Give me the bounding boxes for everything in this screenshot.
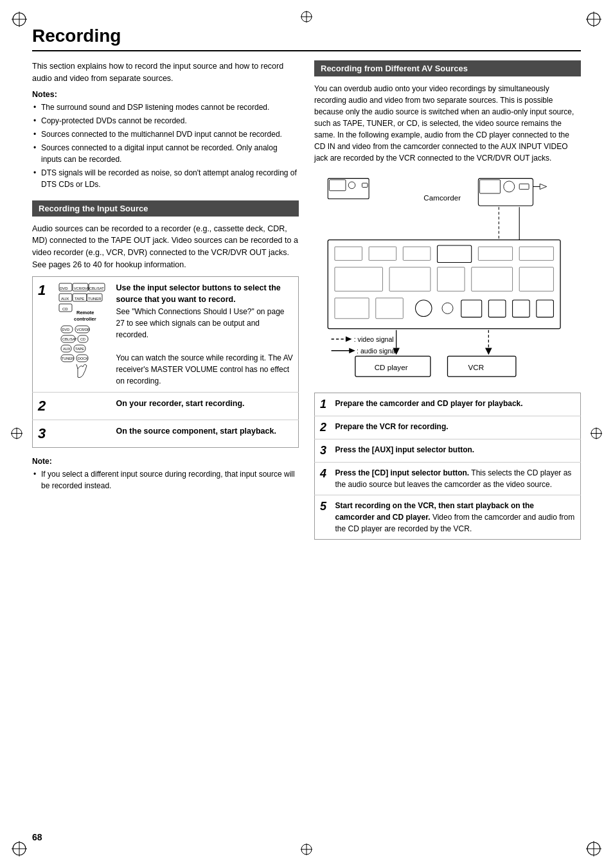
svg-rect-77 — [335, 267, 382, 291]
corner-mark-bl — [10, 839, 29, 858]
svg-rect-60 — [362, 183, 368, 187]
center-mark-bottom — [299, 842, 314, 858]
svg-text:VCR: VCR — [468, 363, 484, 371]
note-text: If you select a different input source d… — [32, 468, 299, 492]
step-1-img: DVD VCR/DVR CBL/SAT AUX TAPE — [56, 276, 114, 393]
svg-marker-99 — [346, 336, 352, 342]
recording-input-header: Recording the Input Source — [32, 200, 299, 217]
svg-point-59 — [348, 182, 355, 189]
av-step-3-text: Press the [AUX] input selector button. — [333, 439, 581, 462]
svg-marker-102 — [349, 348, 355, 354]
note-box: Note: If you select a different input so… — [32, 456, 299, 492]
svg-rect-76 — [519, 247, 553, 260]
center-mark-left — [10, 426, 24, 442]
intro-text: This section explains how to record the … — [32, 60, 299, 85]
svg-text:VCR/DR: VCR/DR — [76, 328, 90, 332]
svg-text:TUNER: TUNER — [88, 297, 102, 301]
step-1-row: 1 DVD VCR/DVR CBL/SAT — [33, 276, 299, 393]
step-2-row: 2 On your recorder, start recording. — [33, 393, 299, 420]
svg-rect-75 — [478, 247, 512, 260]
svg-rect-58 — [329, 180, 346, 191]
svg-rect-89 — [537, 300, 554, 317]
av-steps-table: 1 Prepare the camcorder and CD player fo… — [314, 393, 581, 540]
av-step-5-text: Start recording on the VCR, then start p… — [333, 495, 581, 539]
note-item-2: Copy-protected DVDs cannot be recorded. — [32, 115, 299, 127]
step-2-img — [56, 393, 114, 420]
svg-text:: audio signal: : audio signal — [357, 347, 397, 355]
av-step-2-num: 2 — [315, 416, 333, 439]
svg-text:VCR/DVR: VCR/DVR — [74, 287, 90, 290]
av-step-5: 5 Start recording on the VCR, then start… — [315, 495, 581, 539]
svg-text:controller: controller — [74, 316, 96, 322]
note-item-4: Sources connected to a digital input can… — [32, 142, 299, 165]
av-step-2-text: Prepare the VCR for recording. — [333, 416, 581, 439]
svg-text:CD: CD — [62, 307, 68, 311]
content-columns: This section explains how to record the … — [32, 60, 581, 540]
svg-text:AUX: AUX — [61, 297, 69, 301]
svg-marker-67 — [540, 184, 547, 190]
svg-point-64 — [504, 181, 515, 192]
svg-text:CD player: CD player — [375, 363, 408, 371]
svg-text:CBL/SAT: CBL/SAT — [89, 287, 104, 290]
step-1-num: 1 — [33, 276, 56, 393]
corner-mark-tl — [10, 10, 29, 29]
center-mark-right — [589, 426, 603, 442]
svg-text:DVD: DVD — [60, 287, 68, 290]
right-column: Recording from Different AV Sources You … — [314, 60, 581, 540]
step-1-body: See "Which Connections Should I Use?" on… — [116, 307, 293, 385]
step-3-num: 3 — [33, 420, 56, 448]
svg-rect-82 — [335, 298, 369, 319]
note-label: Note: — [32, 457, 52, 466]
av-step-4-num: 4 — [315, 462, 333, 495]
av-step-1: 1 Prepare the camcorder and CD player fo… — [315, 393, 581, 416]
av-step-2: 2 Prepare the VCR for recording. — [315, 416, 581, 439]
svg-rect-79 — [438, 267, 465, 291]
diagram-container: Camcorder — [314, 172, 581, 384]
svg-rect-73 — [403, 247, 431, 260]
svg-text:Camcorder: Camcorder — [423, 193, 461, 202]
step-3-text: On the source component, start playback. — [114, 420, 299, 448]
center-mark-top — [299, 10, 314, 26]
av-step-3-num: 3 — [315, 439, 333, 462]
svg-text:CD: CD — [80, 337, 85, 341]
svg-rect-70 — [328, 240, 560, 328]
av-step-5-num: 5 — [315, 495, 333, 539]
svg-text:Remote: Remote — [76, 310, 94, 315]
note-list: If you select a different input source d… — [32, 468, 299, 492]
svg-rect-78 — [389, 267, 431, 291]
step-3-row: 3 On the source component, start playbac… — [33, 420, 299, 448]
svg-point-84 — [415, 300, 432, 317]
note-item-5: DTS signals will be recorded as noise, s… — [32, 167, 299, 190]
svg-text:DVD: DVD — [62, 328, 69, 332]
notes-list: The surround sound and DSP listening mod… — [32, 102, 299, 190]
av-step-3: 3 Press the [AUX] input selector button. — [315, 439, 581, 462]
svg-marker-93 — [485, 348, 492, 355]
corner-mark-br — [584, 839, 603, 858]
svg-rect-72 — [369, 247, 396, 260]
step-2-num: 2 — [33, 393, 56, 420]
svg-rect-74 — [438, 245, 472, 263]
svg-line-56 — [76, 364, 78, 369]
svg-rect-63 — [480, 180, 501, 193]
svg-rect-65 — [519, 184, 529, 190]
step-3-img — [56, 420, 114, 448]
av-section-header: Recording from Different AV Sources — [314, 60, 581, 76]
svg-rect-81 — [519, 267, 553, 291]
svg-text:TUNER: TUNER — [62, 357, 74, 360]
recording-input-intro: Audio sources can be recorded to a recor… — [32, 223, 299, 271]
av-step-4: 4 Press the [CD] input selector button. … — [315, 462, 581, 495]
steps-table: 1 DVD VCR/DVR CBL/SAT — [32, 276, 299, 448]
page: Recording This section explains how to r… — [0, 0, 613, 868]
page-title: Recording — [32, 26, 581, 51]
svg-rect-88 — [513, 300, 530, 317]
svg-rect-83 — [376, 298, 404, 319]
note-item-3: Sources connected to the multichannel DV… — [32, 128, 299, 140]
notes-label: Notes: — [32, 90, 299, 99]
av-step-1-num: 1 — [315, 393, 333, 416]
svg-point-85 — [442, 303, 453, 314]
page-number: 68 — [32, 832, 42, 842]
svg-rect-80 — [472, 267, 513, 291]
svg-text:TAPE: TAPE — [75, 297, 84, 301]
note-item-1: The surround sound and DSP listening mod… — [32, 102, 299, 113]
svg-rect-86 — [461, 300, 482, 317]
